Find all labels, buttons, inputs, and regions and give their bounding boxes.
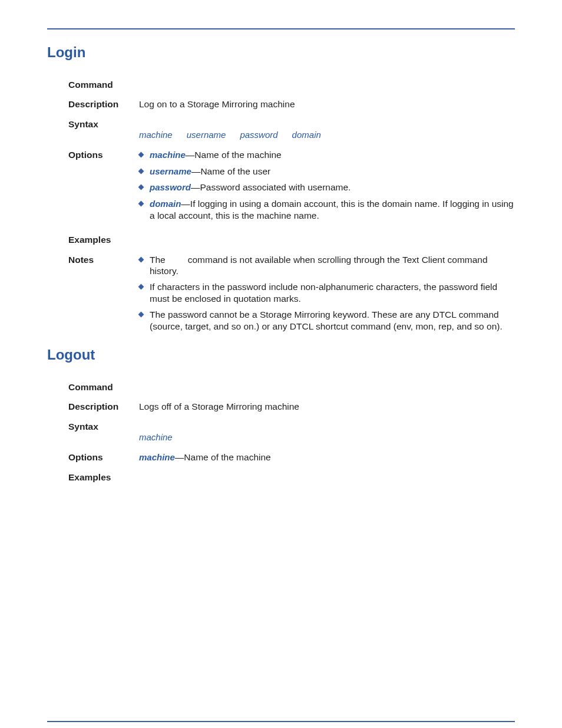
- value-description: Log on to a Storage Mirroring machine: [139, 98, 515, 110]
- login-syntax-row: Syntax machine username password domain: [68, 118, 515, 141]
- option-key: username: [150, 166, 191, 176]
- option-desc: —If logging in using a domain account, t…: [150, 199, 514, 220]
- value-notes: Thecommand is not available when scrolli…: [139, 254, 515, 337]
- label-examples: Examples: [68, 234, 139, 245]
- label-options: Options: [68, 149, 139, 160]
- label-command: Command: [68, 381, 139, 393]
- note-item: Thecommand is not available when scrolli…: [139, 254, 515, 277]
- logout-syntax-row: Syntax machine: [68, 421, 515, 443]
- option-key: machine: [139, 452, 175, 462]
- note-text-part: command is not available when scrolling …: [150, 255, 488, 276]
- option-item: password—Password associated with userna…: [139, 182, 515, 193]
- note-text: The password cannot be a Storage Mirrori…: [150, 309, 503, 331]
- logout-description-row: Description Logs off of a Storage Mirror…: [68, 401, 515, 412]
- option-key: domain: [150, 199, 181, 209]
- page: Login Command Description Log on to a St…: [0, 28, 562, 728]
- note-item: The password cannot be a Storage Mirrori…: [139, 309, 515, 332]
- logout-options-row: Options machine—Name of the machine: [68, 452, 515, 463]
- logout-examples-row: Examples: [68, 472, 515, 483]
- option-desc: —Password associated with username.: [191, 182, 351, 192]
- bottom-rule: [47, 721, 515, 722]
- syntax-param: username: [187, 130, 226, 141]
- option-desc: —Name of the user: [191, 166, 270, 176]
- label-options: Options: [68, 452, 139, 463]
- note-text-part: The: [150, 255, 166, 265]
- option-key: password: [150, 182, 191, 192]
- login-block: Command Description Log on to a Storage …: [68, 79, 515, 337]
- top-rule: [47, 28, 515, 29]
- value-options: machine—Name of the machine username—Nam…: [139, 149, 515, 226]
- logout-block: Command Description Logs off of a Storag…: [68, 381, 515, 483]
- value-description: Logs off of a Storage Mirroring machine: [139, 401, 515, 412]
- syntax-param: machine: [139, 130, 173, 141]
- value-syntax: machine: [139, 421, 515, 443]
- label-command: Command: [68, 79, 139, 90]
- label-syntax: Syntax: [68, 118, 139, 130]
- value-syntax: machine username password domain: [139, 118, 515, 141]
- option-item: domain—If logging in using a domain acco…: [139, 198, 515, 221]
- value-options: machine—Name of the machine: [139, 452, 515, 463]
- syntax-param: domain: [292, 130, 321, 141]
- login-notes-row: Notes Thecommand is not available when s…: [68, 254, 515, 337]
- option-desc: —Name of the machine: [186, 150, 282, 160]
- note-text: If characters in the password include no…: [150, 282, 497, 303]
- label-description: Description: [68, 401, 139, 412]
- logout-title: Logout: [47, 346, 515, 364]
- logout-command-row: Command: [68, 381, 515, 393]
- option-key: machine: [150, 150, 186, 160]
- option-item: machine—Name of the machine: [139, 149, 515, 161]
- option-item: username—Name of the user: [139, 166, 515, 177]
- syntax-param: machine: [139, 432, 173, 443]
- label-description: Description: [68, 98, 139, 110]
- syntax-param: password: [240, 130, 277, 141]
- login-title: Login: [47, 44, 515, 61]
- label-syntax: Syntax: [68, 421, 139, 432]
- login-examples-row: Examples: [68, 234, 515, 245]
- option-desc: —Name of the machine: [175, 452, 271, 462]
- login-command-row: Command: [68, 79, 515, 90]
- login-options-row: Options machine—Name of the machine user…: [68, 149, 515, 226]
- note-item: If characters in the password include no…: [139, 281, 515, 304]
- label-notes: Notes: [68, 254, 139, 265]
- login-description-row: Description Log on to a Storage Mirrorin…: [68, 98, 515, 110]
- label-examples: Examples: [68, 472, 139, 483]
